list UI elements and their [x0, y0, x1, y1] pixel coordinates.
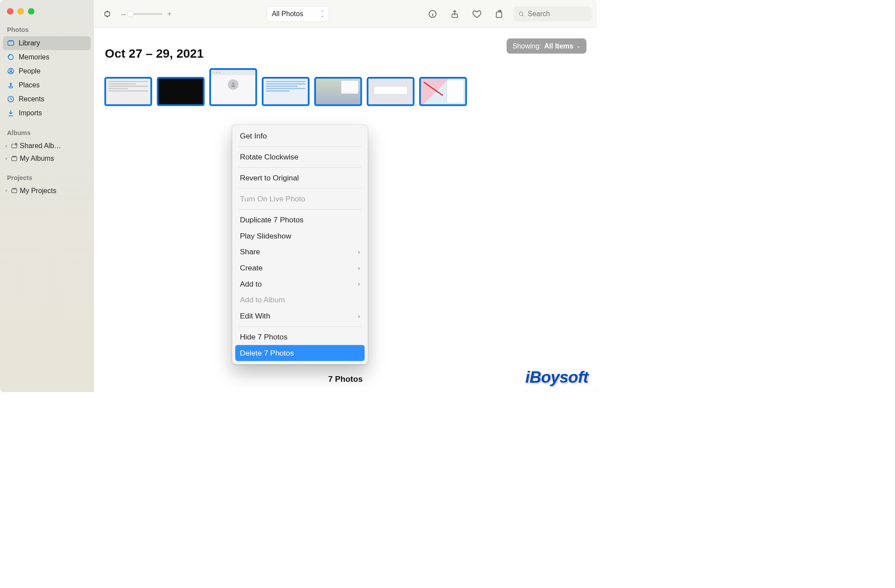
- library-icon: [7, 39, 14, 47]
- zoom-thumb[interactable]: [127, 10, 134, 17]
- view-filter-label: All Photos: [272, 10, 303, 18]
- sidebar-item-shared-albums[interactable]: › Shared Alb…: [3, 139, 91, 152]
- svg-rect-11: [12, 156, 16, 157]
- sidebar-item-label: Memories: [19, 53, 49, 61]
- main-area: – + All Photos ⌃⌄: [94, 0, 597, 392]
- menu-share[interactable]: Share›: [232, 244, 368, 260]
- sidebar-item-label: My Albums: [20, 155, 54, 163]
- share-button[interactable]: [447, 6, 463, 22]
- context-menu: Get Info Rotate Clockwise Revert to Orig…: [232, 125, 368, 364]
- sidebar-section-albums: Albums: [3, 126, 91, 139]
- watermark: iBoysoft: [525, 367, 588, 386]
- menu-revert-original[interactable]: Revert to Original: [232, 170, 368, 186]
- sidebar-item-places[interactable]: Places: [3, 78, 91, 92]
- photo-thumbnail[interactable]: [314, 77, 362, 106]
- sidebar-item-my-projects[interactable]: › My Projects: [3, 184, 91, 197]
- svg-point-4: [10, 69, 12, 71]
- chevron-right-icon: ›: [3, 187, 9, 194]
- showing-prefix: Showing:: [513, 42, 541, 50]
- showing-value: All Items: [544, 42, 573, 50]
- photo-thumbnail[interactable]: [209, 68, 257, 106]
- memories-icon: [7, 53, 14, 61]
- svg-rect-8: [12, 144, 17, 148]
- sidebar-item-label: Recents: [19, 95, 45, 103]
- showing-filter-button[interactable]: Showing: All Items ⌄: [506, 38, 586, 54]
- photo-thumbnail[interactable]: [104, 77, 152, 106]
- sidebar-item-recents[interactable]: Recents: [3, 92, 91, 106]
- zoom-in-icon[interactable]: +: [167, 9, 172, 18]
- menu-live-photo: Turn On Live Photo: [232, 191, 368, 207]
- sidebar-item-label: Imports: [19, 109, 42, 117]
- chevron-right-icon: ›: [358, 280, 360, 287]
- photo-thumbnail[interactable]: [419, 77, 467, 106]
- chevron-right-icon: ›: [358, 249, 360, 255]
- sidebar-item-label: Library: [19, 39, 40, 47]
- svg-rect-13: [12, 188, 16, 189]
- zoom-track[interactable]: [131, 13, 163, 15]
- sidebar-item-library[interactable]: Library: [3, 36, 91, 50]
- photos-app-window: Photos Library Memories People Places: [0, 0, 597, 392]
- imports-icon: [7, 109, 14, 117]
- svg-rect-0: [8, 41, 14, 45]
- svg-rect-12: [12, 189, 17, 193]
- close-window-button[interactable]: [7, 8, 14, 15]
- minimize-window-button[interactable]: [17, 8, 24, 15]
- svg-rect-17: [496, 12, 502, 17]
- photo-thumbnail[interactable]: [157, 77, 205, 106]
- chevron-right-icon: ›: [3, 156, 9, 162]
- menu-slideshow[interactable]: Play Slideshow: [232, 228, 368, 244]
- thumbnail-row: [104, 68, 586, 106]
- zoom-out-icon[interactable]: –: [121, 9, 125, 18]
- shared-album-icon: [10, 142, 18, 149]
- svg-point-19: [232, 83, 234, 84]
- search-icon: [518, 10, 524, 17]
- menu-add-to[interactable]: Add to›: [232, 276, 368, 292]
- menu-delete[interactable]: Delete 7 Photos: [235, 345, 364, 361]
- sidebar-item-label: Shared Alb…: [20, 142, 61, 150]
- project-icon: [10, 187, 18, 194]
- sidebar-item-people[interactable]: People: [3, 64, 91, 78]
- svg-point-5: [10, 83, 11, 84]
- info-button[interactable]: [424, 6, 441, 22]
- sidebar-item-my-albums[interactable]: › My Albums: [3, 152, 91, 165]
- chevron-right-icon: ›: [358, 313, 360, 319]
- sidebar-item-label: Places: [19, 81, 40, 89]
- toolbar: – + All Photos ⌃⌄: [94, 0, 597, 28]
- sidebar-item-label: People: [19, 67, 41, 75]
- rotate-button[interactable]: [491, 6, 507, 22]
- sidebar-item-imports[interactable]: Imports: [3, 106, 91, 120]
- content: Showing: All Items ⌄ Oct 27 – 29, 2021: [94, 28, 597, 392]
- sidebar: Photos Library Memories People Places: [0, 0, 94, 392]
- search-field[interactable]: [513, 6, 592, 21]
- svg-point-18: [519, 12, 523, 15]
- recents-icon: [7, 95, 14, 103]
- fullscreen-window-button[interactable]: [28, 8, 35, 15]
- window-controls: [3, 4, 91, 23]
- chevron-right-icon: ›: [358, 265, 360, 271]
- adjust-size-button[interactable]: [99, 6, 115, 22]
- chevron-down-icon: ⌄: [576, 43, 581, 49]
- svg-point-6: [9, 86, 13, 88]
- svg-rect-1: [9, 40, 13, 41]
- sidebar-item-label: My Projects: [20, 187, 56, 195]
- photo-thumbnail[interactable]: [262, 77, 309, 106]
- chevron-right-icon: ›: [3, 142, 9, 149]
- stepper-icon: ⌃⌄: [321, 10, 324, 17]
- album-icon: [10, 155, 18, 162]
- view-filter-select[interactable]: All Photos ⌃⌄: [267, 6, 330, 22]
- menu-edit-with[interactable]: Edit With›: [232, 308, 368, 324]
- menu-get-info[interactable]: Get Info: [232, 128, 368, 144]
- zoom-slider[interactable]: – +: [121, 9, 171, 18]
- menu-rotate-clockwise[interactable]: Rotate Clockwise: [232, 149, 368, 165]
- menu-duplicate[interactable]: Duplicate 7 Photos: [232, 212, 368, 228]
- places-icon: [7, 81, 14, 89]
- search-input[interactable]: [528, 10, 586, 18]
- menu-hide[interactable]: Hide 7 Photos: [232, 329, 368, 345]
- sidebar-item-memories[interactable]: Memories: [3, 50, 91, 64]
- favorite-button[interactable]: [469, 6, 485, 22]
- menu-create[interactable]: Create›: [232, 260, 368, 276]
- photo-thumbnail[interactable]: [367, 77, 414, 106]
- people-icon: [7, 67, 14, 75]
- menu-add-to-album: Add to Album: [232, 292, 368, 308]
- photo-count-label: 7 Photos: [328, 375, 363, 384]
